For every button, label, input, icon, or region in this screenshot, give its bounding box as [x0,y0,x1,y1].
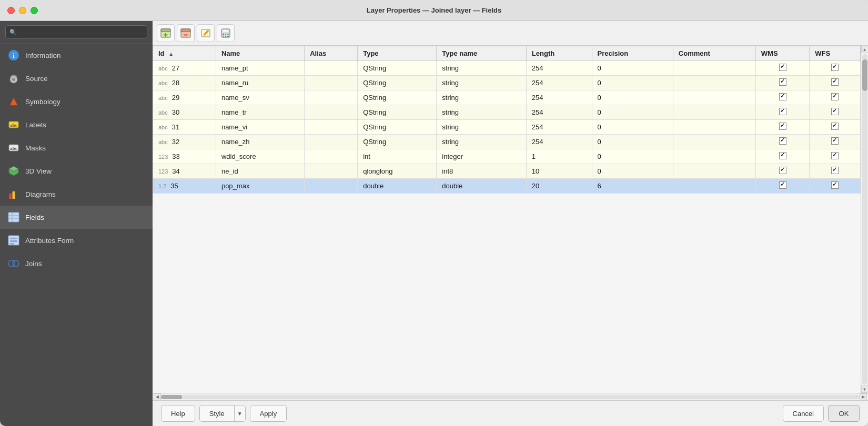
sidebar-item-masks[interactable]: abcMasks [0,136,153,159]
cell-name-33[interactable]: wdid_score [216,149,304,164]
sidebar-item-source[interactable]: Source [0,67,153,90]
sidebar-item-fields[interactable]: Fields [0,206,153,229]
scroll-track[interactable] [862,54,867,384]
col-header-alias[interactable]: Alias [305,46,358,61]
wfs-checkbox-28[interactable] [831,78,839,86]
col-header-type[interactable]: Type [358,46,437,61]
calculator-button[interactable] [217,24,235,42]
cancel-button[interactable]: Cancel [783,405,824,422]
scroll-up-arrow[interactable]: ▲ [861,46,869,53]
cell-name-31[interactable]: name_vi [216,120,304,135]
col-header-wms[interactable]: WMS [755,46,809,61]
table-row[interactable]: abc32name_zhQStringstring2540 [153,135,861,149]
wfs-checkbox-32[interactable] [831,137,839,145]
wfs-checkbox-31[interactable] [831,123,839,130]
style-dropdown-arrow[interactable]: ▼ [234,405,246,422]
cell-alias-31[interactable] [305,120,358,135]
joins-icon [7,257,20,270]
close-button[interactable] [7,7,15,14]
wms-checkbox-30[interactable] [779,108,786,115]
cell-name-35[interactable]: pop_max [216,179,304,194]
vertical-scrollbar[interactable]: ▲ ▼ [861,46,868,393]
type-icon-31: abc [158,124,168,130]
col-header-precision[interactable]: Precision [592,46,673,61]
wfs-checkbox-29[interactable] [831,93,839,100]
table-row[interactable]: 12334ne_idqlonglongint8100 [153,164,861,179]
scroll-down-arrow[interactable]: ▼ [861,386,869,393]
sidebar-item-joins[interactable]: Joins [0,252,153,275]
col-header-id[interactable]: Id ▲ [153,46,216,61]
sidebar-item-attributes-form[interactable]: Attributes Form [0,229,153,252]
wms-checkbox-29[interactable] [779,93,786,100]
horizontal-scrollbar[interactable]: ◀ ▶ [153,393,868,400]
table-row[interactable]: abc29name_svQStringstring2540 [153,90,861,105]
edit-field-button[interactable] [197,24,215,42]
wms-checkbox-27[interactable] [779,64,786,71]
wms-checkbox-28[interactable] [779,78,786,86]
col-header-comment[interactable]: Comment [673,46,755,61]
table-row[interactable]: 12333wdid_scoreintinteger10 [153,149,861,164]
sidebar-item-symbology[interactable]: Symbology [0,90,153,113]
col-header-wfs[interactable]: WFS [810,46,861,61]
scroll-thumb[interactable] [862,59,867,91]
wms-checkbox-31[interactable] [779,123,786,130]
col-header-typename[interactable]: Type name [437,46,527,61]
cell-typeName-33: integer [437,149,527,164]
minimize-button[interactable] [19,7,26,14]
table-row[interactable]: 1.235pop_maxdoubledouble206 [153,179,861,194]
wfs-checkbox-33[interactable] [831,152,839,159]
sidebar-item-labels[interactable]: abcLabels [0,113,153,136]
cell-name-27[interactable]: name_pt [216,61,304,76]
calculator-icon [220,28,231,38]
cell-alias-27[interactable] [305,61,358,76]
cell-length-33: 1 [526,149,592,164]
hscroll-thumb[interactable] [161,395,182,399]
cell-name-28[interactable]: name_ru [216,76,304,90]
edit-field-icon [200,28,211,38]
col-header-name[interactable]: Name [216,46,304,61]
cell-alias-33[interactable] [305,149,358,164]
apply-button[interactable]: Apply [250,405,287,422]
cell-alias-29[interactable] [305,90,358,105]
search-input[interactable] [5,25,147,39]
hscroll-track[interactable] [161,395,860,399]
wfs-checkbox-30[interactable] [831,108,839,115]
wms-checkbox-32[interactable] [779,137,786,145]
table-scroll-container[interactable]: Id ▲ Name Alias Type Type name Length Pr… [153,46,861,393]
hscroll-left-arrow[interactable]: ◀ [154,393,161,401]
cell-alias-28[interactable] [305,76,358,90]
sidebar-item-diagrams[interactable]: Diagrams [0,182,153,206]
cell-alias-32[interactable] [305,135,358,149]
wms-checkbox-35[interactable] [779,181,786,189]
remove-field-button[interactable] [177,24,195,42]
cell-alias-35[interactable] [305,179,358,194]
table-row[interactable]: abc27name_ptQStringstring2540 [153,61,861,76]
wms-checkbox-34[interactable] [779,167,786,174]
cell-alias-34[interactable] [305,164,358,179]
table-row[interactable]: abc30name_trQStringstring2540 [153,105,861,120]
table-row[interactable]: abc31name_viQStringstring2540 [153,120,861,135]
hscroll-right-arrow[interactable]: ▶ [860,393,867,401]
wfs-checkbox-35[interactable] [831,181,839,189]
wfs-checkbox-34[interactable] [831,167,839,174]
maximize-button[interactable] [31,7,38,14]
wms-checkbox-33[interactable] [779,152,786,159]
cell-name-30[interactable]: name_tr [216,105,304,120]
help-button[interactable]: Help [161,405,195,422]
cell-length-28: 254 [526,76,592,90]
wfs-checkbox-27[interactable] [831,64,839,71]
cell-name-29[interactable]: name_sv [216,90,304,105]
cell-alias-30[interactable] [305,105,358,120]
style-button[interactable]: Style [199,405,234,422]
table-row[interactable]: abc28name_ruQStringstring2540 [153,76,861,90]
add-field-button[interactable] [157,24,175,42]
sidebar-item-3dview[interactable]: 3D View [0,159,153,182]
attributes-form-icon [7,234,20,247]
ok-button[interactable]: OK [828,405,860,422]
col-header-length[interactable]: Length [526,46,592,61]
svg-point-3 [12,78,15,81]
cell-name-32[interactable]: name_zh [216,135,304,149]
information-icon: i [7,49,20,62]
cell-name-34[interactable]: ne_id [216,164,304,179]
sidebar-item-information[interactable]: iInformation [0,44,153,67]
